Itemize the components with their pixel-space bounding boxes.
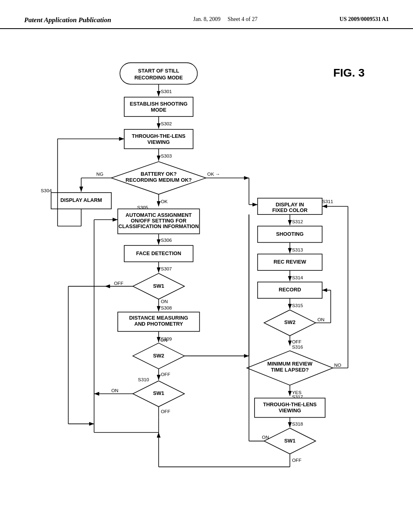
sheet-number: Sheet 4 of 27 [227, 16, 257, 22]
svg-text:SHOOTING: SHOOTING [276, 231, 304, 237]
svg-text:SW2: SW2 [284, 319, 296, 325]
svg-text:NG: NG [96, 171, 104, 177]
svg-text:NO: NO [334, 362, 342, 368]
svg-text:SW1: SW1 [284, 438, 296, 444]
svg-text:RECORD: RECORD [279, 287, 301, 293]
svg-text:S303: S303 [161, 153, 172, 158]
svg-text:ON: ON [262, 434, 269, 440]
svg-text:S314: S314 [292, 275, 303, 280]
svg-text:S313: S313 [292, 247, 303, 252]
svg-text:OFF: OFF [161, 372, 170, 377]
svg-text:OFF: OFF [114, 281, 123, 286]
svg-text:ON: ON [317, 317, 325, 322]
svg-text:S312: S312 [292, 219, 303, 224]
svg-text:OK: OK [161, 199, 168, 204]
svg-text:DISPLAY INFIXED COLOR: DISPLAY INFIXED COLOR [272, 202, 307, 213]
svg-text:S301: S301 [161, 89, 172, 94]
publication-title: Patent Application Publication [24, 16, 111, 24]
svg-text:S316: S316 [292, 344, 303, 349]
svg-text:ON: ON [161, 337, 168, 343]
svg-text:REC REVIEW: REC REVIEW [273, 259, 307, 265]
svg-text:DISPLAY ALARM: DISPLAY ALARM [60, 197, 102, 203]
svg-text:OFF: OFF [292, 339, 301, 344]
svg-text:ON: ON [111, 388, 119, 393]
svg-text:S310: S310 [138, 377, 149, 382]
svg-text:S311: S311 [322, 199, 333, 204]
publication-date: Jan. 8, 2009 [193, 16, 221, 22]
svg-text:S306: S306 [161, 237, 172, 243]
svg-text:MINIMUM REVIEWTIME LAPSED?: MINIMUM REVIEWTIME LAPSED? [267, 361, 313, 373]
svg-text:FACE DETECTION: FACE DETECTION [136, 250, 181, 256]
svg-text:SW1: SW1 [153, 283, 164, 289]
svg-text:S302: S302 [161, 121, 172, 126]
svg-text:S304: S304 [41, 188, 52, 193]
publication-date-sheet: Jan. 8, 2009 Sheet 4 of 27 [193, 16, 257, 23]
svg-text:SW1: SW1 [153, 390, 164, 396]
svg-text:S307: S307 [161, 266, 172, 271]
svg-text:OFF: OFF [292, 457, 301, 463]
svg-text:S315: S315 [292, 303, 303, 308]
svg-text:OK →: OK → [207, 171, 220, 177]
svg-text:OFF: OFF [161, 409, 170, 414]
publication-number: US 2009/0009531 A1 [340, 16, 389, 23]
flowchart-svg: START OF STILLRECORDING MODE S301 ESTABL… [24, 58, 379, 510]
svg-text:DISTANCE MEASURINGAND PHOTOMET: DISTANCE MEASURINGAND PHOTOMETRY [129, 315, 188, 327]
flowchart-container: START OF STILLRECORDING MODE S301 ESTABL… [24, 58, 379, 510]
page: Patent Application Publication Jan. 8, 2… [0, 0, 413, 532]
svg-text:SW2: SW2 [153, 353, 164, 359]
svg-text:ON: ON [161, 299, 168, 304]
svg-text:S318: S318 [292, 421, 303, 426]
svg-text:S308: S308 [161, 305, 172, 310]
page-header: Patent Application Publication Jan. 8, 2… [0, 0, 413, 29]
